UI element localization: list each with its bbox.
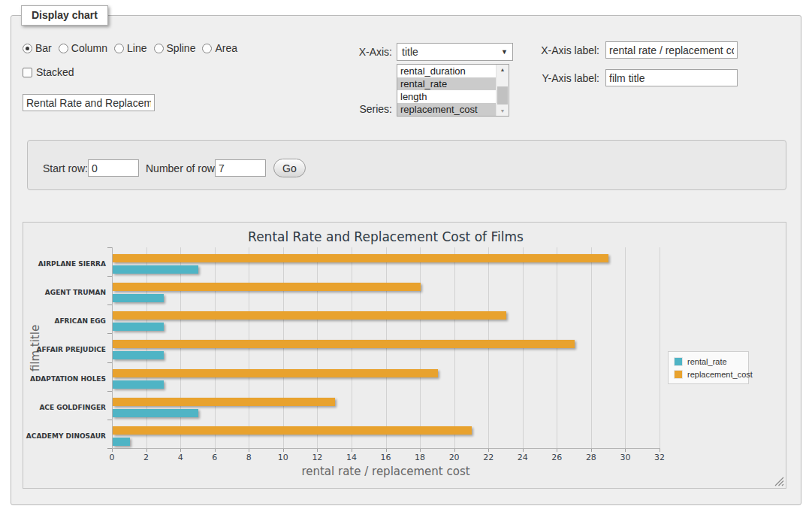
x-tick-label: 28 <box>576 453 606 462</box>
resize-handle-icon[interactable] <box>774 477 784 486</box>
legend-item-rental_rate[interactable]: rental_rate <box>674 355 748 368</box>
gridline <box>625 247 626 448</box>
go-button[interactable]: Go <box>273 159 306 177</box>
x-tick-label: 12 <box>302 453 332 462</box>
x-tick <box>660 449 660 452</box>
start-row-input[interactable] <box>88 159 139 177</box>
chart-legend: rental_ratereplacement_cost <box>668 351 749 384</box>
bar-replacement_cost[interactable] <box>113 369 438 377</box>
x-tick-label: 6 <box>200 453 230 462</box>
radio-label: Column <box>71 42 107 54</box>
stacked-label: Stacked <box>36 66 74 78</box>
category-tick <box>107 276 112 277</box>
x-tick-label: 10 <box>268 453 298 462</box>
number-of-rows-label: Number of rows: <box>146 162 225 174</box>
category-tick <box>107 420 112 420</box>
x-tick-label: 30 <box>610 453 640 462</box>
fieldset-legend: Display chart <box>21 5 108 26</box>
bar-replacement_cost[interactable] <box>113 311 506 320</box>
start-row-label: Start row: <box>43 162 89 174</box>
radio-icon[interactable] <box>59 44 68 53</box>
series-option-replacement_cost[interactable]: replacement_cost <box>397 103 496 116</box>
category-tick <box>107 362 112 363</box>
radio-icon[interactable] <box>154 44 164 53</box>
legend-swatch-icon <box>674 357 683 366</box>
bar-rental_rate[interactable] <box>113 323 164 331</box>
chart-title-input[interactable] <box>23 94 155 111</box>
x-tick <box>557 449 557 452</box>
category-label: AGENT TRUMAN <box>23 288 106 297</box>
stacked-checkbox-row[interactable]: Stacked <box>23 66 74 78</box>
x-tick <box>488 449 489 452</box>
number-of-rows-input[interactable] <box>215 159 266 177</box>
scroll-down-icon[interactable]: ▼ <box>497 106 509 116</box>
x-tick <box>112 449 113 452</box>
x-tick <box>317 449 318 452</box>
stacked-checkbox[interactable] <box>23 68 32 77</box>
x-tick <box>523 449 524 452</box>
series-option-rental_duration[interactable]: rental_duration <box>397 65 496 77</box>
legend-label: rental_rate <box>687 357 727 366</box>
chart-type-radio-bar[interactable]: Bar <box>23 42 52 54</box>
x-tick-label: 0 <box>97 453 127 462</box>
listbox-scrollbar[interactable]: ▲ ▼ <box>496 65 509 116</box>
category-tick <box>107 448 112 449</box>
scrollbar-thumb[interactable] <box>497 86 508 105</box>
series-listbox[interactable]: rental_durationrental_ratelengthreplacem… <box>397 64 509 117</box>
x-tick <box>352 449 352 452</box>
category-label: AIRPLANE SIERRA <box>23 259 106 268</box>
x-tick-label: 32 <box>644 453 675 462</box>
x-tick-label: 20 <box>439 453 469 462</box>
rows-panel: Start row: Number of rows: Go <box>27 140 786 190</box>
x-tick <box>454 449 455 452</box>
x-tick-label: 18 <box>405 453 435 462</box>
radio-label: Bar <box>35 42 52 54</box>
x-tick <box>249 449 249 452</box>
bar-rental_rate[interactable] <box>113 351 164 359</box>
chart-type-radio-line[interactable]: Line <box>114 42 146 54</box>
legend-label: replacement_cost <box>687 370 753 379</box>
series-option-length[interactable]: length <box>397 90 496 103</box>
y-axis-label-label: Y-Axis label: <box>532 72 599 84</box>
bar-rental_rate[interactable] <box>113 294 164 302</box>
bar-replacement_cost[interactable] <box>113 254 608 262</box>
series-option-rental_rate[interactable]: rental_rate <box>397 77 496 90</box>
x-tick <box>180 449 181 452</box>
bar-rental_rate[interactable] <box>113 438 130 446</box>
bar-rental_rate[interactable] <box>113 409 198 417</box>
legend-item-replacement_cost[interactable]: replacement_cost <box>674 368 748 380</box>
x-tick-label: 24 <box>508 453 538 462</box>
page: Display chart BarColumnLineSplineArea St… <box>0 0 812 512</box>
category-tick <box>107 333 112 334</box>
chart-type-radio-column[interactable]: Column <box>59 42 107 54</box>
gridline <box>660 247 660 448</box>
bar-replacement_cost[interactable] <box>113 283 421 291</box>
x-tick-label: 14 <box>337 453 367 462</box>
y-axis-label-input[interactable] <box>605 69 738 86</box>
chart-type-radio-area[interactable]: Area <box>202 42 237 54</box>
radio-icon[interactable] <box>23 44 32 53</box>
category-tick <box>107 304 112 305</box>
x-tick <box>283 449 284 452</box>
bar-rental_rate[interactable] <box>113 265 198 274</box>
radio-icon[interactable] <box>202 44 212 53</box>
radio-label: Line <box>127 42 146 54</box>
chevron-down-icon: ▼ <box>501 48 508 56</box>
x-tick-label: 4 <box>165 453 195 462</box>
bar-rental_rate[interactable] <box>113 380 164 389</box>
series-listbox-label: Series: <box>340 103 392 115</box>
chart-container: Rental Rate and Replacement Cost of Film… <box>23 222 786 489</box>
scroll-up-icon[interactable]: ▲ <box>497 65 509 74</box>
bar-replacement_cost[interactable] <box>113 426 472 435</box>
chart-type-radio-spline[interactable]: Spline <box>154 42 196 54</box>
x-tick <box>625 449 626 452</box>
x-tick <box>591 449 592 452</box>
category-label: AFRICAN EGG <box>23 317 106 326</box>
x-axis-label-input[interactable] <box>605 41 738 59</box>
x-axis-select[interactable]: title ▼ <box>397 43 513 61</box>
plot-area: 02468101214161820222426283032AIRPLANE SI… <box>112 247 660 448</box>
radio-icon[interactable] <box>114 44 124 53</box>
bar-replacement_cost[interactable] <box>113 398 335 406</box>
bar-replacement_cost[interactable] <box>113 340 575 348</box>
x-tick-label: 8 <box>234 453 264 462</box>
